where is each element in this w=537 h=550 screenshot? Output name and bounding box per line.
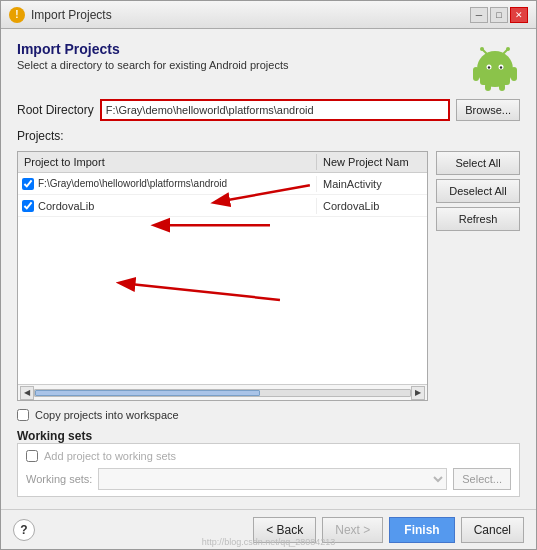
svg-point-9 [506, 47, 510, 51]
footer-left: ? [13, 519, 35, 541]
working-sets-title: Working sets [17, 429, 520, 443]
close-button[interactable]: ✕ [510, 7, 528, 23]
android-logo [470, 41, 520, 91]
ws-select-label: Working sets: [26, 473, 92, 485]
finish-button[interactable]: Finish [389, 517, 454, 543]
projects-area: Project to Import New Project Nam F:\Gra… [17, 151, 520, 401]
projects-label: Projects: [17, 129, 520, 143]
table-header: Project to Import New Project Nam [18, 152, 427, 173]
minimize-button[interactable]: ─ [470, 7, 488, 23]
copy-label: Copy projects into workspace [35, 409, 179, 421]
project-checkbox-1[interactable] [22, 178, 34, 190]
select-all-button[interactable]: Select All [436, 151, 520, 175]
refresh-button[interactable]: Refresh [436, 207, 520, 231]
horizontal-scrollbar[interactable]: ◀ ▶ [18, 384, 427, 400]
ws-select-dropdown [98, 468, 447, 490]
projects-table: Project to Import New Project Nam F:\Gra… [17, 151, 428, 401]
table-row[interactable]: F:\Gray\demo\helloworld\platforms\androi… [18, 173, 427, 195]
header-area: Import Projects Select a directory to se… [17, 41, 520, 91]
ws-select-button: Select... [453, 468, 511, 490]
cancel-button[interactable]: Cancel [461, 517, 524, 543]
svg-rect-12 [485, 83, 491, 91]
col-newname-header: New Project Nam [317, 154, 427, 170]
working-sets-section: Working sets Add project to working sets… [17, 429, 520, 497]
svg-point-5 [500, 66, 502, 68]
copy-checkbox[interactable] [17, 409, 29, 421]
ws-add-checkbox[interactable] [26, 450, 38, 462]
root-directory-input[interactable] [100, 99, 450, 121]
project-path-2: CordovaLib [38, 200, 94, 212]
window-title: Import Projects [31, 8, 112, 22]
deselect-all-button[interactable]: Deselect All [436, 179, 520, 203]
browse-button[interactable]: Browse... [456, 99, 520, 121]
scroll-right-arrow[interactable]: ▶ [411, 386, 425, 400]
svg-point-4 [488, 66, 490, 68]
project-cell-2: CordovaLib [18, 198, 317, 214]
ws-select-row: Working sets: Select... [26, 468, 511, 490]
title-bar: ! Import Projects ─ □ ✕ [1, 1, 536, 29]
col-project-header: Project to Import [18, 154, 317, 170]
svg-rect-1 [480, 67, 510, 85]
dialog-subtitle: Select a directory to search for existin… [17, 59, 288, 71]
window-controls: ─ □ ✕ [470, 7, 528, 23]
scroll-left-arrow[interactable]: ◀ [20, 386, 34, 400]
watermark: http://blog.csdn.net/qq_28084213 [202, 537, 336, 547]
window-icon: ! [9, 7, 25, 23]
dialog-title: Import Projects [17, 41, 288, 57]
project-checkbox-2[interactable] [22, 200, 34, 212]
svg-point-7 [480, 47, 484, 51]
scroll-thumb[interactable] [35, 390, 260, 396]
svg-rect-13 [499, 83, 505, 91]
ws-add-label: Add project to working sets [44, 450, 176, 462]
project-path-1: F:\Gray\demo\helloworld\platforms\androi… [38, 178, 227, 189]
root-directory-label: Root Directory [17, 103, 94, 117]
maximize-button[interactable]: □ [490, 7, 508, 23]
root-directory-row: Root Directory Browse... [17, 99, 520, 121]
help-button[interactable]: ? [13, 519, 35, 541]
ws-add-row: Add project to working sets [26, 450, 511, 462]
svg-rect-11 [511, 67, 517, 81]
project-cell-1: F:\Gray\demo\helloworld\platforms\androi… [18, 176, 317, 192]
copy-row: Copy projects into workspace [17, 409, 520, 421]
header-text: Import Projects Select a directory to se… [17, 41, 288, 71]
working-sets-inner: Add project to working sets Working sets… [17, 443, 520, 497]
sidebar-buttons: Select All Deselect All Refresh [436, 151, 520, 401]
svg-rect-10 [473, 67, 479, 81]
scroll-track[interactable] [34, 389, 411, 397]
table-row[interactable]: CordovaLib CordovaLib [18, 195, 427, 217]
table-body: F:\Gray\demo\helloworld\platforms\androi… [18, 173, 427, 384]
newname-cell-1: MainActivity [317, 176, 427, 192]
newname-cell-2: CordovaLib [317, 198, 427, 214]
dialog-content: Import Projects Select a directory to se… [1, 29, 536, 509]
